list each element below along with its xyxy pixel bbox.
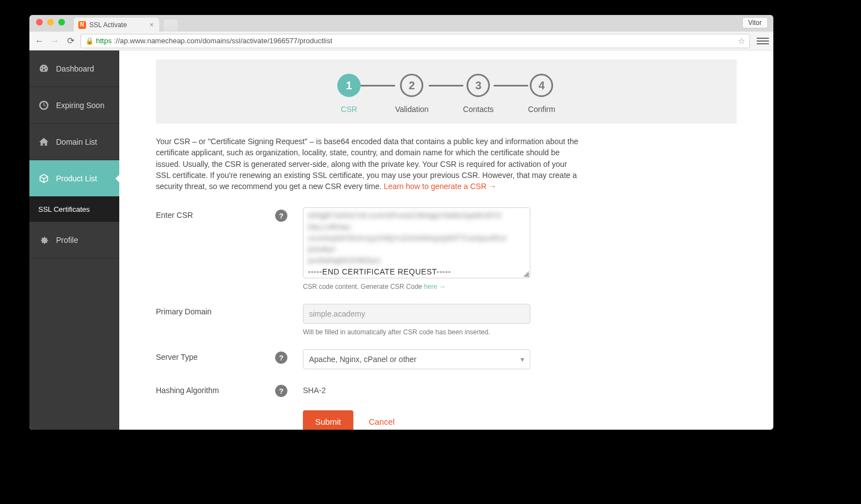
sidebar-item-label: Domain List xyxy=(56,138,97,146)
sidebar-item-label: Profile xyxy=(56,236,78,245)
browser-window: N SSL Activate × Vitor ← → ⟳ 🔒 https ://… xyxy=(29,15,773,430)
step-number: 3 xyxy=(467,74,490,97)
learn-generate-csr-link[interactable]: Learn how to generate a CSR → xyxy=(384,182,497,191)
step-label: Validation xyxy=(395,105,428,114)
window-traffic-lights[interactable] xyxy=(35,15,68,32)
lock-icon: 🔒 xyxy=(85,37,94,45)
cancel-button[interactable]: Cancel xyxy=(369,417,395,426)
sidebar-item-label: Dashboard xyxy=(56,64,94,73)
csr-description: Your CSR – or "Certificate Signing Reque… xyxy=(156,136,583,192)
gauge-icon xyxy=(38,63,49,74)
namecheap-favicon-icon: N xyxy=(78,21,86,29)
sidebar-item-dashboard[interactable]: Dashboard xyxy=(29,50,119,87)
row-server-type: Server Type ? Apache, Nginx, cPanel or o… xyxy=(156,349,737,369)
step-number: 2 xyxy=(400,74,423,97)
csr-end-marker: -----END CERTIFICATE REQUEST----- xyxy=(308,267,525,276)
chevron-down-icon: ▾ xyxy=(520,355,524,364)
sidebar-subitem-ssl[interactable]: SSL Certificates xyxy=(29,197,119,222)
close-tab-icon[interactable]: × xyxy=(149,21,154,29)
sidebar-item-profile[interactable]: Profile xyxy=(29,222,119,258)
help-icon[interactable]: ? xyxy=(275,210,287,222)
generate-csr-link[interactable]: here → xyxy=(424,283,445,291)
step-number: 4 xyxy=(530,74,553,97)
sidebar-item-label: Product List xyxy=(56,174,97,183)
chrome-profile-badge[interactable]: Vitor xyxy=(742,17,768,28)
help-icon[interactable]: ? xyxy=(275,352,287,364)
step-label: Confirm xyxy=(528,105,555,114)
package-icon xyxy=(38,173,49,184)
bookmark-star-icon[interactable]: ☆ xyxy=(738,36,745,46)
browser-menu-icon[interactable] xyxy=(757,35,769,47)
browser-tabbar: N SSL Activate × Vitor xyxy=(29,15,773,32)
step-csr[interactable]: 1 CSR xyxy=(337,74,361,114)
clock-icon xyxy=(38,100,49,111)
sidebar-item-domain-list[interactable]: Domain List xyxy=(29,124,119,160)
address-bar[interactable]: 🔒 https ://ap.www.namecheap.com/domains/… xyxy=(80,34,750,48)
label-primary-domain: Primary Domain xyxy=(156,304,275,316)
url-scheme: https xyxy=(96,37,112,45)
tab-title: SSL Activate xyxy=(89,21,127,29)
home-icon xyxy=(38,136,49,147)
step-connector xyxy=(429,85,463,86)
gear-icon xyxy=(38,235,49,246)
label-server-type: Server Type xyxy=(156,349,275,362)
primary-domain-hint: Will be filled in automatically after CS… xyxy=(303,328,530,336)
server-type-select[interactable]: Apache, Nginx, cPanel or other ▾ xyxy=(303,349,530,369)
hashing-algo-value: SHA-2 xyxy=(303,383,530,395)
csr-textarea[interactable]: d2NgB7Jx0Gk7vfL1xchrSPrnshZ19h0qpC3eMsGq… xyxy=(303,207,530,278)
main-content: 1 CSR 2 Validation 3 Contacts xyxy=(119,50,773,430)
label-enter-csr: Enter CSR xyxy=(156,207,275,220)
step-label: Contacts xyxy=(463,105,494,114)
server-type-selected: Apache, Nginx, cPanel or other xyxy=(309,355,417,364)
close-window-icon[interactable] xyxy=(36,19,43,26)
maximize-window-icon[interactable] xyxy=(58,19,65,26)
sidebar-item-expiring[interactable]: Expiring Soon xyxy=(29,87,119,124)
step-validation[interactable]: 2 Validation xyxy=(395,74,428,114)
primary-domain-input[interactable] xyxy=(303,304,530,324)
row-hashing-algo: Hashing Algorithm ? SHA-2 xyxy=(156,383,737,397)
forward-button: → xyxy=(49,35,60,47)
url-path: ://ap.www.namecheap.com/domains/ssl/acti… xyxy=(114,37,332,45)
browser-toolbar: ← → ⟳ 🔒 https ://ap.www.namecheap.com/do… xyxy=(29,32,773,50)
step-contacts[interactable]: 3 Contacts xyxy=(463,74,494,114)
sidebar-item-product-list[interactable]: Product List xyxy=(29,160,119,197)
minimize-window-icon[interactable] xyxy=(47,19,54,26)
new-tab-button[interactable] xyxy=(164,19,178,32)
browser-tab[interactable]: N SSL Activate × xyxy=(74,18,159,32)
step-confirm[interactable]: 4 Confirm xyxy=(528,74,555,114)
csr-hint-text: CSR code content. Generate CSR Code xyxy=(303,283,424,291)
csr-blurred-content: d2NgB7Jx0Gk7vfL1xchrSPrnshZ19h0qpC3eMsGq… xyxy=(308,210,525,266)
row-enter-csr: Enter CSR ? d2NgB7Jx0Gk7vfL1xchrSPrnshZ1… xyxy=(156,207,737,291)
step-connector xyxy=(361,85,395,86)
row-primary-domain: Primary Domain ? Will be filled in autom… xyxy=(156,304,737,336)
sidebar: Dashboard Expiring Soon Domain List Prod… xyxy=(29,50,119,430)
description-text: Your CSR – or "Certificate Signing Reque… xyxy=(156,137,578,191)
page-viewport: Dashboard Expiring Soon Domain List Prod… xyxy=(29,50,773,430)
csr-hint: CSR code content. Generate CSR Code here… xyxy=(303,283,530,291)
label-hashing-algo: Hashing Algorithm xyxy=(156,383,275,395)
help-icon[interactable]: ? xyxy=(275,385,287,397)
submit-button[interactable]: Submit xyxy=(303,410,353,430)
step-connector xyxy=(494,85,528,86)
sidebar-item-label: Expiring Soon xyxy=(56,101,104,110)
form-actions: Submit Cancel xyxy=(303,410,737,430)
step-label: CSR xyxy=(341,105,357,114)
back-button[interactable]: ← xyxy=(34,35,45,47)
reload-button[interactable]: ⟳ xyxy=(65,35,76,47)
stepper: 1 CSR 2 Validation 3 Contacts xyxy=(156,59,737,124)
step-number: 1 xyxy=(337,74,361,97)
